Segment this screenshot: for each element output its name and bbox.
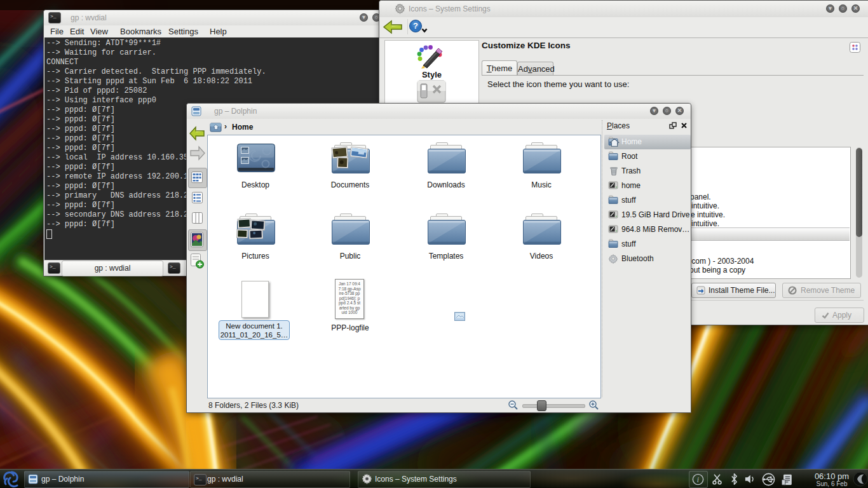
svg-text:?: ? <box>413 21 418 30</box>
svg-text:i: i <box>697 476 699 484</box>
